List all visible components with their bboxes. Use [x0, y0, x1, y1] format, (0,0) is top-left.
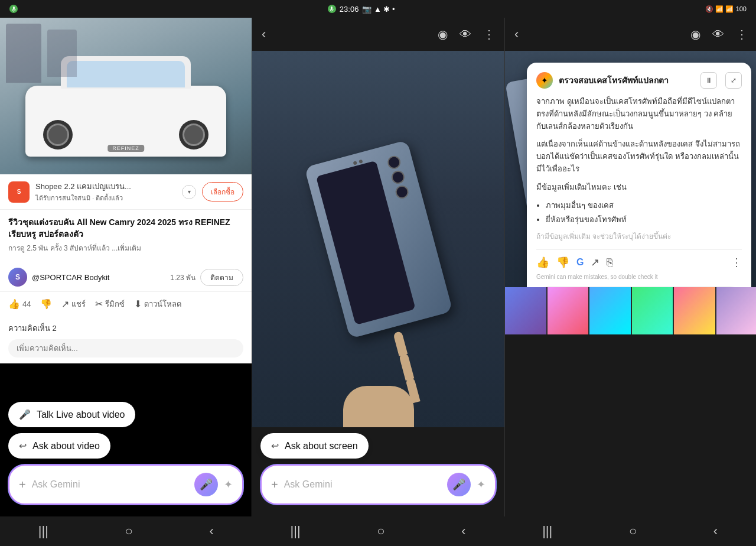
- download-icon: ⬇: [134, 298, 142, 310]
- card-footer: Gemini can make mistakes, so double chec…: [536, 274, 742, 280]
- action-row: 👍 44 👎 ↗ แชร์ ✂ รีมิกซ์ ⬇ ดาวน์โหลด: [0, 292, 252, 316]
- mic-indicator: [9, 5, 18, 13]
- video-info: รีวิวชุดแต่งรอบคัน All New Camry 2024 20…: [0, 210, 252, 263]
- card-paragraph-1: จากภาพ ดูเหมือนจะเป็นเคสโทรศัพท์มือถือที…: [536, 96, 742, 132]
- pause-button[interactable]: ⏸: [700, 72, 717, 89]
- gemini-placeholder: Ask Gemini: [32, 479, 188, 490]
- bottom-nav-panel2: ||| ○ ‹: [252, 516, 504, 546]
- home-icon-3[interactable]: ○: [629, 524, 637, 539]
- thumbs-down-action[interactable]: 👎: [556, 256, 569, 269]
- camera-lens-2: [390, 169, 406, 185]
- shopee-ad: S Shopee 2.2 แคมเปญแบรน... ได้รับการสนใจ…: [0, 174, 252, 210]
- plus-icon-2: +: [271, 478, 278, 492]
- panel-screen-capture: ‹ ◉ 👁 ⋮: [252, 18, 504, 516]
- gemini-mic-button[interactable]: 🎤: [194, 473, 218, 496]
- ask-video-bubble[interactable]: ↩ Ask about video: [8, 433, 110, 459]
- status-center: 23:06 📷 ▲ ✱ •: [328, 5, 395, 14]
- shopee-dropdown-btn[interactable]: ▾: [182, 185, 196, 199]
- camera-switch-icon-3[interactable]: ◉: [690, 27, 700, 41]
- status-bar: 23:06 📷 ▲ ✱ • 🔇 📶 📶 100: [0, 0, 756, 18]
- expand-button[interactable]: ⤢: [725, 72, 742, 89]
- camera-switch-icon[interactable]: ◉: [438, 27, 448, 41]
- menu-icon-1[interactable]: |||: [38, 524, 48, 539]
- thumb-4[interactable]: [632, 287, 673, 334]
- back-icon-3[interactable]: ‹: [713, 524, 718, 539]
- panel1-gemini-overlay: 🎤 Talk Live about video ↩ Ask about vide…: [0, 396, 252, 516]
- card-gemini-bar[interactable]: + Ask Gemini 🎤 ✦: [536, 286, 742, 287]
- thumbs-up-action[interactable]: 👍: [536, 256, 549, 269]
- ask-screen-icon: ↩: [271, 440, 279, 451]
- more-options-icon-3[interactable]: ⋮: [736, 27, 748, 41]
- back-icon-2[interactable]: ‹: [461, 524, 465, 539]
- thumb-1[interactable]: [505, 287, 546, 334]
- eye-icon-3[interactable]: 👁: [712, 28, 724, 41]
- creator-count: 1.23 พัน: [170, 272, 195, 283]
- panel3-nav: ‹ ◉ 👁 ⋮: [505, 18, 756, 51]
- thumb-5[interactable]: [674, 287, 715, 334]
- thumbs-down-icon: 👎: [40, 298, 52, 310]
- battery: 100: [736, 5, 747, 12]
- share-action-card[interactable]: ↗: [591, 256, 599, 269]
- like-action[interactable]: 👍 44: [8, 298, 31, 310]
- home-icon-2[interactable]: ○: [377, 524, 384, 539]
- panel-gemini-response: ‹ ◉ 👁 ⋮ ✦ ตรวจ: [505, 18, 756, 516]
- ask-video-label: Ask about video: [32, 441, 100, 451]
- eye-icon[interactable]: 👁: [460, 28, 471, 41]
- home-icon-1[interactable]: ○: [125, 524, 133, 539]
- follow-button[interactable]: ติดตาม: [200, 269, 243, 286]
- share-icon: ↗: [61, 298, 69, 310]
- bottom-navigation: ||| ○ ‹ ||| ○ ‹ ||| ○ ‹: [0, 516, 756, 546]
- thumb-6[interactable]: [716, 287, 757, 334]
- back-button[interactable]: ‹: [262, 27, 266, 42]
- ask-screen-bubble[interactable]: ↩ Ask about screen: [260, 433, 369, 459]
- shopee-buy-button[interactable]: เลือกซื้อ: [202, 182, 243, 202]
- back-icon-1[interactable]: ‹: [210, 524, 214, 539]
- menu-icon-3[interactable]: |||: [542, 524, 552, 539]
- status-right: 🔇 📶 📶 100: [705, 5, 747, 13]
- panel2-nav: ‹ ◉ 👁 ⋮: [252, 18, 504, 51]
- shopee-title: Shopee 2.2 แคมเปญแบรน...: [35, 180, 176, 193]
- more-actions[interactable]: ⋮: [731, 256, 742, 269]
- panel2-bottom: ↩ Ask about screen + Ask Gemini 🎤 ✦: [252, 427, 504, 516]
- copy-action[interactable]: ⎘: [607, 256, 613, 269]
- gemini-input-bar-1[interactable]: + Ask Gemini 🎤 ✦: [8, 464, 243, 505]
- gemini-input-bar-2[interactable]: + Ask Gemini 🎤 ✦: [260, 464, 496, 505]
- remix-action[interactable]: ✂ รีมิกซ์: [95, 298, 125, 310]
- google-search-action[interactable]: G: [576, 257, 584, 268]
- comment-input[interactable]: [8, 339, 243, 358]
- video-title: รีวิวชุดแต่งรอบคัน All New Camry 2024 20…: [8, 217, 243, 240]
- video-stats: การดู 2.5 พัน ครั้ง 3 สัปดาห์ที่แล้ว ...…: [8, 242, 243, 254]
- share-label: แชร์: [71, 298, 86, 310]
- status-left: [9, 5, 18, 13]
- card-list-item-1: ภาพมุมอื่นๆ ของเคส: [546, 200, 742, 212]
- thumb-3[interactable]: [589, 287, 631, 334]
- dislike-action[interactable]: 👎: [40, 298, 52, 310]
- remix-label: รีมิกซ์: [105, 298, 125, 310]
- bottom-nav-panel1: ||| ○ ‹: [0, 516, 252, 546]
- thumbs-up-icon: 👍: [8, 298, 20, 310]
- sparkle-icon-2: ✦: [477, 478, 485, 491]
- panel2-video-area: [252, 51, 504, 427]
- remix-icon: ✂: [95, 298, 103, 310]
- signal-icons: 🔇 📶 📶: [705, 5, 734, 13]
- thumb-2[interactable]: [548, 287, 589, 334]
- phone-device-image: [304, 139, 453, 338]
- comments-section: ความคิดเห็น 2: [0, 316, 252, 363]
- thumbnails-row: [505, 287, 756, 334]
- mic-dot-center: [328, 5, 336, 13]
- share-action[interactable]: ↗ แชร์: [61, 298, 86, 310]
- creator-name: @SPORTCAR Bodykit: [32, 273, 165, 282]
- card-fade-text: ถ้ามีข้อมูลเพิ่มเติม จะช่วยให้ระบุได้ง่า…: [536, 231, 742, 242]
- download-action[interactable]: ⬇ ดาวน์โหลด: [134, 298, 181, 310]
- gemini-mic-button-2[interactable]: 🎤: [447, 473, 471, 496]
- back-button-3[interactable]: ‹: [514, 27, 519, 42]
- more-options-icon[interactable]: ⋮: [483, 27, 495, 41]
- svg-rect-0: [13, 6, 15, 10]
- ask-screen-label: Ask about screen: [285, 441, 358, 451]
- card-title: ตรวจสอบเคสโทรศัพท์แปลกตา: [559, 74, 695, 87]
- sparkle-icon: ✦: [224, 478, 233, 491]
- menu-icon-2[interactable]: |||: [290, 524, 300, 539]
- shopee-text: Shopee 2.2 แคมเปญแบรน... ได้รับการสนใจสน…: [35, 180, 176, 203]
- camera-lens-3: [394, 184, 410, 200]
- talk-live-bubble[interactable]: 🎤 Talk Live about video: [8, 402, 135, 427]
